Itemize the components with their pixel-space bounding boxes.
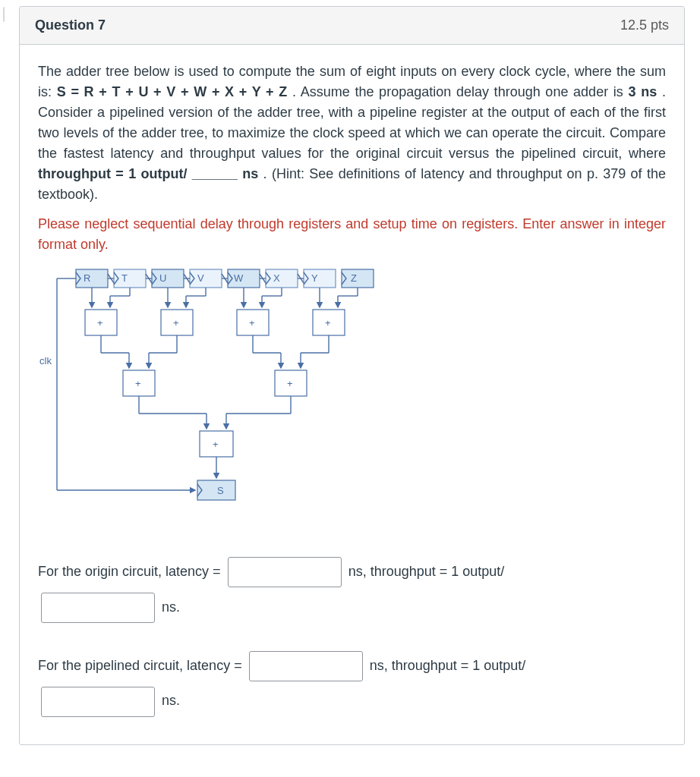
adder-tree-diagram: R T U V [38, 266, 395, 516]
pipe-throughput-input[interactable] [41, 687, 155, 717]
origin-unit: ns. [162, 599, 180, 615]
svg-text:U: U [159, 272, 166, 284]
pipe-latency-input[interactable] [249, 651, 363, 681]
svg-text:W: W [234, 272, 244, 284]
prop-delay: 3 ns [629, 84, 657, 99]
origin-throughput-input[interactable] [41, 593, 155, 623]
svg-text:T: T [121, 272, 128, 284]
svg-text:+: + [97, 317, 103, 329]
question-header: Question 7 12.5 pts [20, 7, 684, 45]
throughput-def: throughput = 1 output/ ______ ns [38, 166, 258, 181]
svg-text:clk: clk [39, 355, 52, 366]
svg-text:X: X [273, 272, 280, 284]
svg-rect-80 [197, 480, 235, 500]
svg-text:+: + [135, 378, 141, 389]
svg-text:V: V [197, 272, 204, 284]
prompt-paragraph: The adder tree below is used to compute … [38, 61, 666, 205]
svg-text:Y: Y [311, 272, 318, 284]
svg-text:+: + [325, 317, 331, 329]
pipelined-answer-line: For the pipelined circuit, latency = ns,… [38, 648, 666, 719]
svg-text:Z: Z [351, 272, 357, 284]
svg-text:S: S [217, 485, 224, 496]
origin-latency-input[interactable] [228, 557, 342, 587]
svg-text:+: + [173, 317, 179, 329]
svg-text:+: + [287, 378, 293, 389]
pipe-latency-label: For the pipelined circuit, latency = [38, 658, 246, 673]
svg-text:+: + [249, 317, 255, 329]
question-body: The adder tree below is used to compute … [20, 45, 684, 744]
sum-formula: S = R + T + U + V + W + X + Y + Z [57, 84, 288, 99]
origin-latency-label: For the origin circuit, latency = [38, 564, 225, 579]
pipe-unit: ns. [162, 693, 180, 708]
svg-text:R: R [84, 272, 90, 284]
red-hint: Please neglect sequential delay through … [38, 214, 666, 255]
prompt-text-2: . Assume the propagation delay through o… [292, 84, 629, 99]
svg-text:+: + [213, 439, 219, 450]
origin-answer-line: For the origin circuit, latency = ns, th… [38, 554, 666, 625]
question-title: Question 7 [35, 17, 106, 33]
question-points: 12.5 pts [620, 17, 669, 33]
origin-throughput-label: ns, throughput = 1 output/ [348, 564, 505, 579]
pipe-throughput-label: ns, throughput = 1 output/ [370, 658, 526, 673]
question-card: Question 7 12.5 pts The adder tree below… [19, 6, 685, 745]
bookmark-icon [3, 6, 15, 23]
